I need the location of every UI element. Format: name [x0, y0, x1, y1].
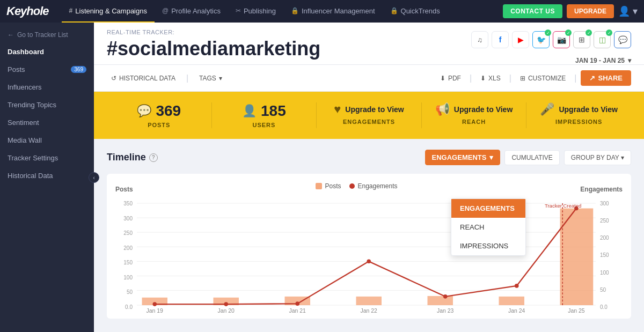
dot-jan23 — [443, 294, 448, 299]
group-by-day-button[interactable]: GROUP BY DAY ▾ — [564, 150, 631, 165]
stat-users-value-row: 👤 185 — [242, 102, 286, 120]
stat-impressions-upgrade: Upgrade to View — [559, 105, 617, 114]
stat-engagements-label: ENGAGEMENTS — [343, 119, 395, 125]
dropdown-option-engagements-label: ENGAGEMENTS — [460, 204, 515, 212]
sidebar-collapse-button[interactable]: ‹ — [89, 172, 99, 183]
pdf-button[interactable]: ⬇ PDF — [436, 72, 465, 84]
upgrade-button[interactable]: UPGRADE — [567, 4, 614, 18]
contact-us-button[interactable]: CONTACT US — [503, 4, 562, 18]
stat-engagements: ♥ Upgrade to View ENGAGEMENTS — [316, 102, 421, 128]
date-range-arrow[interactable]: ▾ — [628, 57, 631, 64]
sidebar-item-historical-data[interactable]: Historical Data — [0, 167, 94, 185]
legend-posts-label: Posts — [325, 182, 341, 190]
tags-button[interactable]: TAGS ▾ — [195, 72, 226, 84]
dot-jan21 — [295, 301, 299, 306]
y-right-250: 250 — [600, 218, 609, 224]
social-icon-rss[interactable]: ◫✓ — [594, 31, 611, 48]
sidebar-item-posts-label: Posts — [8, 65, 25, 73]
nav-item-influencer[interactable]: 🔒 Influencer Management — [283, 0, 383, 23]
sidebar-item-tracker-settings[interactable]: Tracker Settings — [0, 149, 94, 167]
cumulative-button[interactable]: CUMULATIVE — [504, 150, 559, 165]
sidebar-item-media-wall[interactable]: Media Wall — [0, 131, 94, 149]
sidebar-item-dashboard[interactable]: Dashboard — [0, 43, 94, 61]
scissors-icon: ✂ — [236, 7, 241, 14]
nav-item-publishing[interactable]: ✂ Publishing — [228, 0, 283, 23]
nav-item-listening[interactable]: # Listening & Campaigns — [62, 0, 155, 23]
logo[interactable]: Keyhole — [6, 4, 49, 18]
social-icon-facebook[interactable]: f — [492, 31, 509, 48]
social-icon-tiktok[interactable]: ♫ — [471, 31, 488, 48]
stat-users-value: 185 — [261, 102, 286, 120]
x-label-jan19: Jan 19 — [147, 308, 164, 314]
stat-users-label: USERS — [252, 122, 275, 128]
posts-stat-icon: 💬 — [137, 104, 151, 118]
rss-check-badge: ✓ — [606, 29, 612, 36]
share-button[interactable]: ↗ SHARE — [581, 70, 631, 86]
social-icon-instagram[interactable]: 📷✓ — [553, 31, 570, 48]
bar-jan24-posts — [499, 297, 525, 305]
nav-item-profile-analytics[interactable]: @ Profile Analytics — [155, 0, 228, 23]
dot-jan25 — [574, 206, 579, 211]
dropdown-option-impressions[interactable]: IMPRESSIONS — [451, 237, 525, 255]
stat-engagements-value-row: ♥ Upgrade to View — [334, 102, 404, 116]
stat-impressions: 🎤 Upgrade to View IMPRESSIONS — [526, 102, 631, 128]
stat-engagements-upgrade: Upgrade to View — [345, 105, 404, 114]
tracker-label: REAL-TIME TRACKER: — [107, 29, 320, 35]
stat-posts-value-row: 💬 369 — [137, 102, 181, 120]
tracker-top-row: REAL-TIME TRACKER: #socialmediamarketing… — [107, 29, 631, 64]
dropdown-option-reach-label: REACH — [460, 223, 485, 231]
toolbar: ↺ HISTORICAL DATA | TAGS ▾ ⬇ PDF | ⬇ XLS… — [94, 65, 644, 92]
sidebar-item-trending-topics[interactable]: Trending Topics — [0, 96, 94, 114]
logo-text: Keyhole — [6, 4, 49, 18]
stat-posts-value: 369 — [156, 102, 181, 120]
date-range: JAN 19 - JAN 25 ▾ — [575, 57, 631, 64]
hashtag-icon: # — [69, 7, 73, 14]
sidebar-item-posts[interactable]: Posts 369 — [0, 61, 94, 78]
sidebar-item-influencers[interactable]: Influencers — [0, 78, 94, 96]
stat-reach-label: REACH — [462, 119, 486, 125]
sidebar-item-trending-topics-label: Trending Topics — [8, 101, 56, 109]
chart-legend: Posts Engagements — [316, 182, 397, 190]
customize-button[interactable]: ⊞ CUSTOMIZE — [516, 72, 570, 84]
timeline-header: Timeline ? ENGAGEMENTS ▾ CUMULATIVE GROU… — [107, 150, 631, 165]
legend-engagements: Engagements — [349, 182, 397, 190]
social-icon-chat[interactable]: 💬 — [614, 31, 631, 48]
legend-engagements-label: Engagements — [357, 182, 397, 190]
historical-data-button[interactable]: ↺ HISTORICAL DATA — [107, 72, 180, 84]
social-icon-twitter[interactable]: 🐦✓ — [532, 31, 550, 48]
y-right-150: 150 — [600, 252, 609, 258]
dropdown-option-engagements[interactable]: ENGAGEMENTS — [451, 199, 525, 218]
chart-svg-wrapper: Tracker Created — [137, 201, 596, 310]
user-avatar[interactable]: 👤 ▾ — [618, 5, 638, 17]
stat-posts: 💬 369 POSTS — [107, 102, 211, 128]
social-icon-news[interactable]: ⊞✓ — [573, 31, 590, 48]
chat-icon: 💬 — [618, 35, 627, 44]
nav-item-publishing-label: Publishing — [244, 7, 276, 15]
timeline-controls: ENGAGEMENTS ▾ CUMULATIVE GROUP BY DAY ▾ — [425, 150, 631, 165]
y-right-50: 50 — [600, 287, 606, 293]
engagements-dropdown-menu: ENGAGEMENTS REACH IMPRESSIONS — [451, 198, 526, 256]
sidebar-item-sentiment[interactable]: Sentiment — [0, 114, 94, 131]
cumulative-label: CUMULATIVE — [511, 154, 552, 161]
bar-jan23-posts — [428, 296, 453, 305]
engagements-dropdown-button[interactable]: ENGAGEMENTS ▾ — [425, 150, 501, 165]
timeline-section: Timeline ? ENGAGEMENTS ▾ CUMULATIVE GROU… — [94, 139, 644, 329]
engagements-dropdown-chevron: ▾ — [489, 153, 493, 161]
y-left-50: 50 — [127, 289, 133, 295]
toolbar-divider1: | — [186, 73, 188, 83]
toolbar-right: ⬇ PDF | ⬇ XLS | ⊞ CUSTOMIZE | ↗ SHARE — [436, 70, 631, 86]
share-icon: ↗ — [589, 74, 595, 82]
chart-engagements-axis-label: Engagements — [580, 186, 623, 193]
x-label-jan20: Jan 20 — [218, 308, 235, 314]
facebook-icon: f — [499, 35, 502, 44]
timeline-help-icon[interactable]: ? — [149, 153, 158, 162]
engagements-stat-icon: ♥ — [334, 102, 341, 116]
back-to-tracker-list[interactable]: ← Go to Tracker List — [0, 27, 94, 43]
social-icon-youtube[interactable]: ▶ — [512, 31, 529, 48]
nav-item-quicktrends[interactable]: 🔒 QuickTrends — [383, 0, 448, 23]
main-content: REAL-TIME TRACKER: #socialmediamarketing… — [94, 23, 644, 332]
stat-users: 👤 185 USERS — [211, 102, 317, 128]
xls-button[interactable]: ⬇ XLS — [476, 72, 505, 84]
dropdown-option-reach[interactable]: REACH — [451, 218, 525, 237]
users-stat-icon: 👤 — [242, 104, 257, 118]
